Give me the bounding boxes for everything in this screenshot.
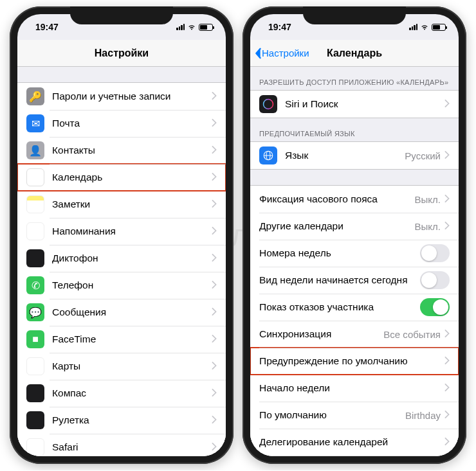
row-calendar[interactable]: Календарь bbox=[17, 164, 226, 191]
back-button[interactable]: Настройки bbox=[250, 48, 309, 59]
row-mail[interactable]: ✉Почта bbox=[17, 110, 226, 137]
row-label: Показ отказов участника bbox=[259, 301, 420, 313]
row-facetime[interactable]: ■FaceTime bbox=[17, 326, 226, 353]
measure-icon bbox=[26, 411, 44, 429]
svg-point-0 bbox=[264, 100, 273, 109]
row-label: Пароли и учетные записи bbox=[52, 91, 212, 102]
contacts-icon: 👤 bbox=[26, 141, 44, 159]
section-header-allow: РАЗРЕШИТЬ ДОСТУП ПРИЛОЖЕНИЮ «КАЛЕНДАРЬ» bbox=[250, 67, 459, 90]
status-time: 19:47 bbox=[35, 22, 59, 32]
row-value: Выкл. bbox=[415, 194, 441, 205]
safari-icon bbox=[26, 438, 44, 456]
row-label: Телефон bbox=[52, 280, 212, 291]
chevron-right-icon bbox=[444, 328, 450, 340]
row-default[interactable]: По умолчаниюBirthday bbox=[250, 402, 459, 429]
row-messages[interactable]: 💬Сообщения bbox=[17, 299, 226, 326]
voice-memos-icon bbox=[26, 249, 44, 267]
row-startweek[interactable]: Начало недели bbox=[250, 375, 459, 402]
row-label: Заметки bbox=[52, 199, 212, 210]
chevron-right-icon bbox=[212, 226, 217, 237]
chevron-right-icon bbox=[212, 414, 217, 426]
phone-icon: ✆ bbox=[26, 276, 44, 294]
notch bbox=[70, 6, 173, 24]
row-passwords[interactable]: 🔑Пароли и учетные записи bbox=[17, 83, 226, 110]
row-label: Напоминания bbox=[52, 226, 212, 237]
messages-icon: 💬 bbox=[26, 303, 44, 321]
chevron-right-icon bbox=[212, 253, 217, 264]
signal-icon bbox=[409, 24, 417, 30]
chevron-right-icon bbox=[212, 172, 217, 183]
chevron-right-icon bbox=[444, 193, 450, 205]
chevron-right-icon bbox=[444, 98, 450, 110]
status-time: 19:47 bbox=[268, 22, 291, 32]
row-tz[interactable]: Фиксация часового поясаВыкл. bbox=[250, 186, 459, 213]
key-icon: 🔑 bbox=[26, 87, 44, 105]
facetime-icon: ■ bbox=[26, 330, 44, 348]
section-header-lang: ПРЕДПОЧИТАЕМЫЙ ЯЗЫК bbox=[250, 118, 459, 141]
calendar-settings-list[interactable]: РАЗРЕШИТЬ ДОСТУП ПРИЛОЖЕНИЮ «КАЛЕНДАРЬ» … bbox=[250, 67, 459, 456]
row-compass[interactable]: Компас bbox=[17, 380, 226, 407]
reminders-icon bbox=[26, 222, 44, 240]
signal-icon bbox=[176, 24, 185, 30]
battery-icon bbox=[432, 24, 446, 31]
row-label: Фиксация часового пояса bbox=[259, 193, 415, 205]
row-value: Все события bbox=[383, 329, 441, 340]
row-defalert[interactable]: Предупреждение по умолчанию bbox=[250, 348, 459, 375]
toggle-weeknum[interactable] bbox=[420, 244, 450, 262]
row-notes[interactable]: Заметки bbox=[17, 191, 226, 218]
chevron-right-icon bbox=[212, 387, 217, 399]
back-label: Настройки bbox=[262, 48, 309, 58]
compass-icon bbox=[26, 384, 44, 402]
status-icons bbox=[176, 22, 213, 31]
chevron-right-icon bbox=[212, 199, 217, 210]
chevron-right-icon bbox=[444, 355, 450, 367]
row-delegate[interactable]: Делегирование календарей bbox=[250, 429, 459, 456]
phone-frame-right: 19:47 Настройки Календарь РАЗРЕШИТЬ ДОСТ… bbox=[243, 6, 466, 464]
row-language[interactable]: Язык Русский bbox=[250, 142, 459, 169]
chevron-right-icon bbox=[212, 360, 217, 372]
row-reminders[interactable]: Напоминания bbox=[17, 218, 226, 245]
row-suggest[interactable]: Предложения мест bbox=[250, 456, 459, 456]
row-value: Русский bbox=[405, 150, 441, 161]
row-weeknum[interactable]: Номера недель bbox=[250, 240, 459, 267]
settings-list[interactable]: 🔑Пароли и учетные записи✉Почта👤КонтактыК… bbox=[17, 67, 226, 456]
row-measure[interactable]: Рулетка bbox=[17, 407, 226, 434]
row-safari[interactable]: Safari bbox=[17, 434, 226, 456]
row-label: Диктофон bbox=[52, 253, 212, 264]
wifi-icon bbox=[420, 22, 429, 31]
row-phone[interactable]: ✆Телефон bbox=[17, 272, 226, 299]
row-declined[interactable]: Показ отказов участника bbox=[250, 294, 459, 321]
row-voice[interactable]: Диктофон bbox=[17, 245, 226, 272]
row-label: Начало недели bbox=[259, 382, 444, 394]
row-siri[interactable]: Siri и Поиск bbox=[250, 91, 459, 118]
notch bbox=[303, 6, 406, 24]
mail-icon: ✉ bbox=[26, 114, 44, 132]
phone-frame-left: 19:47 Настройки 🔑Пароли и учетные записи… bbox=[10, 6, 233, 464]
notes-icon bbox=[26, 195, 44, 213]
row-other[interactable]: Другие календариВыкл. bbox=[250, 213, 459, 240]
wifi-icon bbox=[187, 22, 196, 31]
status-icons bbox=[409, 22, 446, 31]
chevron-right-icon bbox=[212, 333, 217, 345]
row-label: Рулетка bbox=[52, 414, 212, 426]
row-label: По умолчанию bbox=[259, 409, 405, 421]
chevron-right-icon bbox=[212, 118, 217, 129]
row-label: Siri и Поиск bbox=[285, 98, 444, 110]
row-label: Делегирование календарей bbox=[259, 436, 444, 448]
chevron-right-icon bbox=[444, 220, 450, 232]
toggle-declined[interactable] bbox=[420, 298, 450, 316]
calendar-icon bbox=[26, 168, 44, 186]
row-label: Предупреждение по умолчанию bbox=[259, 355, 444, 367]
toggle-weekstart[interactable] bbox=[420, 271, 450, 289]
row-label: Карты bbox=[52, 360, 212, 372]
maps-icon bbox=[26, 357, 44, 375]
globe-icon bbox=[259, 147, 277, 164]
row-maps[interactable]: Карты bbox=[17, 353, 226, 380]
row-weekstart[interactable]: Вид недели начинается сегодня bbox=[250, 267, 459, 294]
row-label: Safari bbox=[52, 441, 212, 453]
nav-bar: Настройки Календарь bbox=[250, 40, 459, 67]
row-label: Вид недели начинается сегодня bbox=[259, 274, 420, 286]
siri-icon bbox=[259, 95, 277, 113]
row-sync[interactable]: СинхронизацияВсе события bbox=[250, 321, 459, 348]
row-contacts[interactable]: 👤Контакты bbox=[17, 137, 226, 164]
